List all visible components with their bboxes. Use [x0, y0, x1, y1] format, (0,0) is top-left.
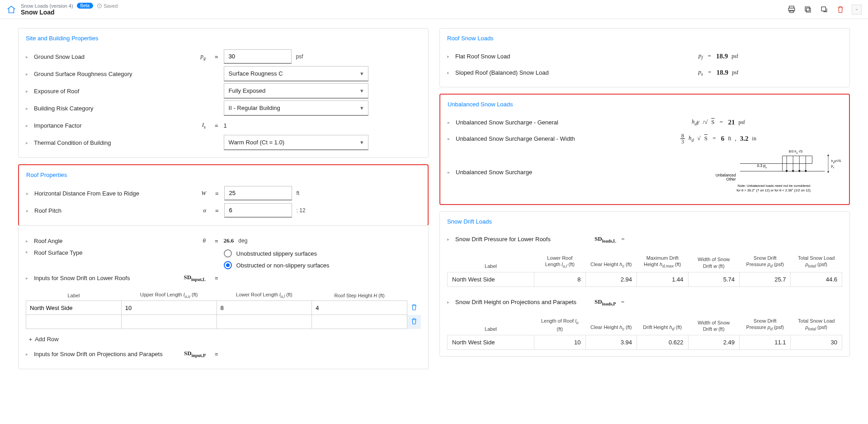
roof-panel-cont: ▸ Roof Angle θ = 26.6 deg ▸ Roof Surface… — [18, 226, 429, 369]
right-column: Roof Snow Loads ▸ Flat Roof Snow Load pf… — [439, 28, 850, 369]
radio-obstructed[interactable]: Obstructed or non-slippery surfaces — [224, 261, 330, 269]
caret-icon[interactable]: ▸ — [26, 352, 30, 357]
th-upper: Upper Roof Length lu,u (ft) — [121, 290, 217, 301]
table-row: North West Side 10 3.94 0.622 2.49 11.1 … — [448, 335, 842, 350]
risk-select[interactable]: II - Regular Building▾ — [224, 100, 368, 116]
header: Snow Loads (version 4) Beta Saved Snow L… — [0, 0, 868, 19]
cell-label[interactable] — [26, 301, 121, 314]
th-step: Roof Step Height H (ft) — [312, 290, 407, 301]
saved-status: Saved — [97, 3, 118, 9]
sym-sdinputp: SDinput,P — [173, 350, 209, 358]
roughness-select[interactable]: Surface Rougness C▾ — [224, 66, 368, 81]
caret-icon[interactable]: ▸ — [26, 71, 30, 76]
ground-snow-load-input[interactable] — [224, 49, 292, 64]
roof-panel: Roof Properties ▸ Horizontal Distance Fr… — [18, 164, 429, 226]
drift-panel: Snow Drift Loads ▸ Snow Drift Pressure f… — [439, 211, 850, 357]
eave-ridge-label: Horizontal Distance From Eave to Ridge — [34, 190, 170, 197]
svg-rect-13 — [783, 156, 812, 164]
caret-icon[interactable]: ▸ — [26, 106, 30, 111]
delete-row-icon[interactable] — [407, 315, 421, 329]
print-icon[interactable] — [787, 5, 797, 14]
caret-icon[interactable]: ▸ — [26, 123, 30, 128]
unbalanced-panel-title: Unbalanced Snow Loads — [448, 101, 842, 108]
delete-row-icon[interactable] — [407, 301, 421, 315]
page-title: Snow Load — [21, 9, 118, 16]
svg-rect-4 — [807, 8, 811, 12]
svg-marker-18 — [786, 171, 788, 172]
caret-icon[interactable]: ▸ — [448, 120, 452, 125]
sym-alpha: α — [174, 207, 210, 214]
beta-badge: Beta — [77, 3, 94, 9]
caret-icon[interactable]: ▸ — [26, 238, 30, 243]
loads-panel: Roof Snow Loads ▸ Flat Roof Snow Load pf… — [439, 28, 850, 87]
cell-upper[interactable] — [122, 301, 217, 314]
caret-icon[interactable]: ▸ — [26, 276, 30, 281]
ground-snow-load-label: Ground Snow Load — [34, 53, 170, 60]
angle-label: Roof Angle — [34, 238, 170, 244]
eave-ridge-input[interactable] — [224, 186, 292, 200]
sym-w: W — [174, 190, 210, 197]
cell-step[interactable] — [312, 301, 407, 314]
sym-is: Is — [173, 121, 209, 129]
exposure-select[interactable]: Fully Exposed▾ — [224, 83, 368, 99]
drift-lower-label: Snow Drift Pressure for Lower Roofs — [455, 236, 591, 243]
caret-icon[interactable]: ▸ — [26, 89, 30, 94]
thermal-label: Thermal Condition of Building — [34, 139, 170, 146]
sym-theta: θ — [173, 237, 209, 244]
copy-icon[interactable] — [803, 5, 813, 14]
surcharge-label: Unbalanced Snow Surcharge - General — [456, 119, 591, 126]
caret-icon[interactable]: ▸ — [448, 136, 452, 141]
cell-blank[interactable] — [217, 315, 312, 329]
drift-proj-table: Label Length of Roof lu(ft) Clear Height… — [447, 315, 842, 350]
caret-icon[interactable]: ▸ — [26, 249, 30, 254]
surface-type-label: Roof Surface Type — [34, 249, 170, 256]
risk-label: Building Risk Category — [34, 105, 170, 112]
svg-text:ps: ps — [831, 164, 835, 169]
table-row — [26, 301, 421, 315]
caret-icon[interactable]: ▸ — [26, 208, 31, 213]
surcharge-width-label: Unbalanced Snow Surcharge General - Widt… — [456, 135, 591, 142]
th-lower: Lower Roof Length lu,l (ft) — [217, 290, 312, 301]
pitch-input[interactable] — [224, 203, 292, 218]
caret-icon[interactable]: ▸ — [447, 54, 452, 59]
thermal-select[interactable]: Warm Roof (Ct = 1.0)▾ — [224, 135, 368, 150]
caret-icon[interactable]: ▸ — [447, 300, 452, 305]
expand-icon[interactable] — [852, 5, 862, 14]
radio-unobstructed[interactable]: Unobstructed slippery surfaces — [224, 249, 330, 257]
caret-icon[interactable]: ▸ — [447, 237, 452, 242]
delete-icon[interactable] — [835, 5, 845, 14]
svg-text:for θ > 30.2° (7 on 12) or for: for θ > 30.2° (7 on 12) or for θ < 2.38°… — [736, 188, 811, 192]
drift-panel-title: Snow Drift Loads — [447, 218, 842, 225]
roughness-label: Ground Surface Roughness Category — [34, 71, 170, 77]
drift-inputs-p-label: Inputs for Snow Drift on Projections and… — [34, 351, 170, 357]
th-label: Label — [26, 290, 122, 301]
exposure-label: Exposure of Roof — [34, 88, 170, 95]
svg-text:0.3 ps: 0.3 ps — [757, 163, 767, 169]
svg-rect-5 — [805, 7, 809, 11]
header-actions — [787, 5, 862, 14]
caret-icon[interactable]: ▸ — [26, 191, 31, 196]
caret-icon[interactable]: ▸ — [448, 170, 452, 175]
caret-icon[interactable]: ▸ — [26, 54, 30, 59]
add-row-button[interactable]: ＋ Add Row — [26, 333, 421, 345]
roof-panel-title: Roof Properties — [26, 172, 420, 178]
cell-blank[interactable] — [122, 315, 217, 329]
svg-text:8/3 hd √S: 8/3 hd √S — [789, 149, 803, 154]
caret-icon[interactable]: ▸ — [447, 70, 452, 75]
cell-blank[interactable] — [26, 315, 121, 329]
sym-sdinputl: SDinput,L — [173, 274, 209, 282]
cell-lower[interactable] — [217, 301, 312, 314]
drift-lower-table: Label Lower RoofLength lu,l (ft) Clear H… — [447, 252, 842, 287]
pitch-label: Roof Pitch — [34, 207, 170, 214]
drift-inputs-l-label: Inputs for Snow Drift on Lower Roofs — [34, 275, 170, 281]
caret-icon[interactable]: ▸ — [26, 140, 30, 145]
site-panel: Site and Building Properties ▸ Ground Sn… — [18, 28, 429, 158]
app-icon — [6, 5, 16, 14]
sloped-load-label: Sloped Roof (Balanced) Snow Load — [455, 69, 591, 76]
duplicate-icon[interactable] — [819, 5, 829, 14]
importance-label: Importance Factor — [34, 122, 170, 129]
breadcrumb-text: Snow Loads (version 4) — [21, 3, 73, 9]
cell-blank[interactable] — [312, 315, 407, 329]
svg-text:hdγ/√S: hdγ/√S — [831, 159, 841, 164]
svg-rect-3 — [790, 10, 793, 12]
